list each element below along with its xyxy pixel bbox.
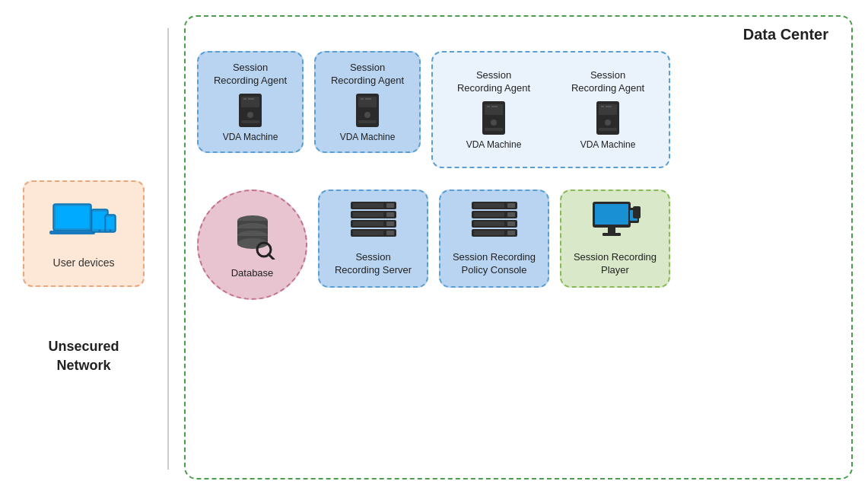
svg-rect-14 bbox=[248, 98, 254, 100]
svg-line-41 bbox=[269, 254, 274, 260]
svg-rect-56 bbox=[507, 203, 515, 208]
user-devices-label: User devices bbox=[53, 256, 115, 269]
unsecured-network-label: Unsecured Network bbox=[0, 337, 167, 375]
database-label: Database bbox=[231, 267, 274, 279]
vda-agent-3: Session Recording Agent VDA Ma bbox=[440, 60, 547, 159]
data-center-box: Data Center Session Recording Agent bbox=[184, 15, 853, 479]
svg-rect-72 bbox=[633, 206, 641, 218]
svg-point-23 bbox=[491, 119, 497, 126]
svg-rect-7 bbox=[107, 217, 114, 229]
player-icon bbox=[589, 200, 642, 245]
svg-rect-19 bbox=[361, 98, 364, 100]
svg-rect-53 bbox=[386, 231, 394, 235]
vda-agent-1: Session Recording Agent VDA Machine bbox=[197, 51, 304, 153]
tower-icon-1 bbox=[236, 92, 265, 132]
vda-agent-4: Session Recording Agent VDA Ma bbox=[555, 60, 661, 159]
agent-1-vda: VDA Machine bbox=[223, 132, 278, 142]
svg-rect-20 bbox=[365, 98, 371, 100]
svg-rect-43 bbox=[353, 203, 383, 208]
database-icon bbox=[226, 210, 279, 263]
main-container: User devices Unsecured Network Data Cent… bbox=[0, 0, 868, 497]
agent-3-title: Session Recording Agent bbox=[457, 69, 530, 95]
svg-rect-61 bbox=[474, 221, 504, 226]
left-panel: User devices Unsecured Network bbox=[0, 0, 167, 497]
server-icon bbox=[347, 200, 400, 245]
svg-rect-32 bbox=[606, 106, 612, 107]
session-recording-player-label: Session Recording Player bbox=[574, 251, 657, 277]
svg-rect-55 bbox=[474, 203, 504, 208]
agent-1-title: Session Recording Agent bbox=[214, 62, 287, 88]
svg-rect-24 bbox=[485, 128, 503, 131]
svg-rect-25 bbox=[487, 106, 490, 107]
svg-rect-2 bbox=[49, 231, 95, 234]
top-row: Session Recording Agent VDA Machine bbox=[197, 51, 840, 168]
svg-rect-46 bbox=[353, 212, 383, 217]
svg-rect-69 bbox=[603, 233, 621, 236]
svg-rect-12 bbox=[241, 120, 259, 123]
agent-4-title: Session Recording Agent bbox=[571, 69, 644, 95]
devices-icon bbox=[49, 198, 118, 250]
policy-server-icon bbox=[468, 200, 521, 245]
svg-rect-52 bbox=[353, 231, 383, 235]
svg-rect-1 bbox=[56, 206, 89, 228]
svg-rect-44 bbox=[386, 203, 394, 208]
svg-point-5 bbox=[99, 230, 101, 232]
session-recording-policy-box: Session Recording Policy Console bbox=[439, 190, 549, 288]
right-panel: Data Center Session Recording Agent bbox=[169, 0, 868, 497]
svg-rect-62 bbox=[507, 221, 515, 226]
agent-group-3-4: Session Recording Agent VDA Ma bbox=[431, 51, 670, 168]
agent-2-vda: VDA Machine bbox=[340, 132, 396, 142]
svg-rect-26 bbox=[491, 106, 498, 107]
tower-icon-2 bbox=[353, 92, 382, 132]
svg-rect-13 bbox=[243, 98, 246, 100]
svg-rect-50 bbox=[386, 221, 394, 226]
svg-rect-68 bbox=[608, 228, 615, 233]
session-recording-player-box: Session Recording Player bbox=[560, 190, 670, 288]
svg-rect-58 bbox=[474, 212, 504, 217]
user-devices-box: User devices bbox=[23, 180, 145, 287]
data-center-title: Data Center bbox=[743, 26, 828, 43]
agent-4-vda: VDA Machine bbox=[580, 139, 636, 150]
svg-rect-59 bbox=[507, 212, 515, 217]
svg-rect-31 bbox=[601, 106, 604, 107]
database-box: Database bbox=[197, 190, 307, 300]
session-recording-server-label: Session Recording Server bbox=[335, 251, 412, 277]
unsecured-network-text: Unsecured Network bbox=[48, 339, 119, 373]
agent-3-vda: VDA Machine bbox=[466, 139, 522, 150]
session-recording-server-box: Session Recording Server bbox=[318, 190, 428, 288]
svg-rect-49 bbox=[353, 221, 383, 226]
svg-point-17 bbox=[364, 112, 370, 118]
tower-icon-4 bbox=[593, 100, 622, 139]
tower-icon-3 bbox=[479, 100, 508, 139]
svg-point-29 bbox=[605, 119, 611, 126]
svg-point-8 bbox=[110, 230, 111, 231]
bottom-row: Database bbox=[197, 190, 840, 300]
vda-agent-2: Session Recording Agent VDA Machine bbox=[314, 51, 421, 153]
svg-point-11 bbox=[247, 112, 253, 118]
svg-rect-18 bbox=[358, 120, 377, 123]
session-recording-policy-label: Session Recording Policy Console bbox=[453, 251, 536, 277]
svg-rect-67 bbox=[595, 204, 628, 225]
svg-rect-65 bbox=[507, 231, 515, 235]
agent-2-title: Session Recording Agent bbox=[331, 62, 404, 88]
svg-rect-30 bbox=[599, 128, 617, 131]
svg-rect-64 bbox=[474, 231, 504, 235]
svg-rect-47 bbox=[386, 212, 394, 217]
